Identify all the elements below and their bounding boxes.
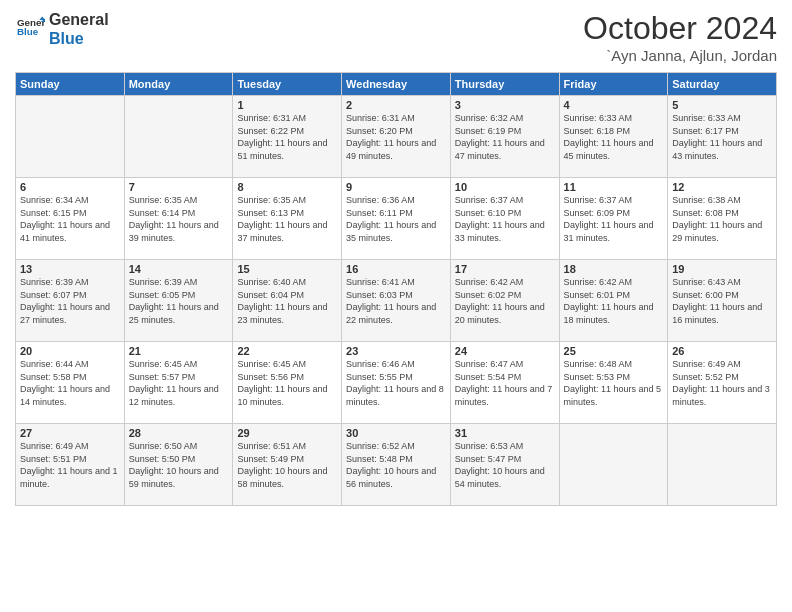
day-info: Sunrise: 6:47 AM Sunset: 5:54 PM Dayligh… [455,358,555,408]
day-number: 7 [129,181,229,193]
calendar-cell: 22Sunrise: 6:45 AM Sunset: 5:56 PM Dayli… [233,342,342,424]
day-number: 3 [455,99,555,111]
day-header-friday: Friday [559,73,668,96]
day-number: 24 [455,345,555,357]
day-header-wednesday: Wednesday [342,73,451,96]
calendar-cell: 15Sunrise: 6:40 AM Sunset: 6:04 PM Dayli… [233,260,342,342]
calendar-cell: 29Sunrise: 6:51 AM Sunset: 5:49 PM Dayli… [233,424,342,506]
day-info: Sunrise: 6:35 AM Sunset: 6:13 PM Dayligh… [237,194,337,244]
day-number: 10 [455,181,555,193]
calendar-cell: 13Sunrise: 6:39 AM Sunset: 6:07 PM Dayli… [16,260,125,342]
svg-text:Blue: Blue [17,27,39,38]
calendar-cell: 11Sunrise: 6:37 AM Sunset: 6:09 PM Dayli… [559,178,668,260]
calendar-cell: 5Sunrise: 6:33 AM Sunset: 6:17 PM Daylig… [668,96,777,178]
calendar-table: SundayMondayTuesdayWednesdayThursdayFrid… [15,72,777,506]
calendar-cell: 24Sunrise: 6:47 AM Sunset: 5:54 PM Dayli… [450,342,559,424]
calendar-cell: 6Sunrise: 6:34 AM Sunset: 6:15 PM Daylig… [16,178,125,260]
day-number: 30 [346,427,446,439]
day-info: Sunrise: 6:39 AM Sunset: 6:07 PM Dayligh… [20,276,120,326]
logo: General Blue General Blue [15,10,109,48]
day-number: 2 [346,99,446,111]
day-number: 22 [237,345,337,357]
calendar-cell: 14Sunrise: 6:39 AM Sunset: 6:05 PM Dayli… [124,260,233,342]
location-title: `Ayn Janna, Ajlun, Jordan [583,47,777,64]
calendar-cell: 19Sunrise: 6:43 AM Sunset: 6:00 PM Dayli… [668,260,777,342]
day-info: Sunrise: 6:34 AM Sunset: 6:15 PM Dayligh… [20,194,120,244]
day-info: Sunrise: 6:52 AM Sunset: 5:48 PM Dayligh… [346,440,446,490]
day-info: Sunrise: 6:37 AM Sunset: 6:09 PM Dayligh… [564,194,664,244]
calendar-cell: 3Sunrise: 6:32 AM Sunset: 6:19 PM Daylig… [450,96,559,178]
calendar-cell: 25Sunrise: 6:48 AM Sunset: 5:53 PM Dayli… [559,342,668,424]
day-number: 17 [455,263,555,275]
calendar-cell: 12Sunrise: 6:38 AM Sunset: 6:08 PM Dayli… [668,178,777,260]
day-info: Sunrise: 6:43 AM Sunset: 6:00 PM Dayligh… [672,276,772,326]
calendar-cell: 31Sunrise: 6:53 AM Sunset: 5:47 PM Dayli… [450,424,559,506]
calendar-header: SundayMondayTuesdayWednesdayThursdayFrid… [16,73,777,96]
calendar-cell [668,424,777,506]
day-number: 8 [237,181,337,193]
day-number: 23 [346,345,446,357]
calendar-cell: 20Sunrise: 6:44 AM Sunset: 5:58 PM Dayli… [16,342,125,424]
day-info: Sunrise: 6:31 AM Sunset: 6:20 PM Dayligh… [346,112,446,162]
calendar-cell [16,96,125,178]
calendar-cell: 16Sunrise: 6:41 AM Sunset: 6:03 PM Dayli… [342,260,451,342]
day-number: 18 [564,263,664,275]
day-header-saturday: Saturday [668,73,777,96]
day-info: Sunrise: 6:48 AM Sunset: 5:53 PM Dayligh… [564,358,664,408]
day-header-sunday: Sunday [16,73,125,96]
calendar-cell: 27Sunrise: 6:49 AM Sunset: 5:51 PM Dayli… [16,424,125,506]
calendar-cell: 21Sunrise: 6:45 AM Sunset: 5:57 PM Dayli… [124,342,233,424]
day-info: Sunrise: 6:32 AM Sunset: 6:19 PM Dayligh… [455,112,555,162]
calendar-cell: 2Sunrise: 6:31 AM Sunset: 6:20 PM Daylig… [342,96,451,178]
day-info: Sunrise: 6:45 AM Sunset: 5:57 PM Dayligh… [129,358,229,408]
day-info: Sunrise: 6:41 AM Sunset: 6:03 PM Dayligh… [346,276,446,326]
week-row-1: 1Sunrise: 6:31 AM Sunset: 6:22 PM Daylig… [16,96,777,178]
calendar-cell [124,96,233,178]
day-info: Sunrise: 6:51 AM Sunset: 5:49 PM Dayligh… [237,440,337,490]
day-number: 14 [129,263,229,275]
week-row-3: 13Sunrise: 6:39 AM Sunset: 6:07 PM Dayli… [16,260,777,342]
calendar-cell: 23Sunrise: 6:46 AM Sunset: 5:55 PM Dayli… [342,342,451,424]
day-number: 11 [564,181,664,193]
day-number: 29 [237,427,337,439]
day-info: Sunrise: 6:50 AM Sunset: 5:50 PM Dayligh… [129,440,229,490]
day-number: 19 [672,263,772,275]
day-info: Sunrise: 6:42 AM Sunset: 6:02 PM Dayligh… [455,276,555,326]
day-number: 20 [20,345,120,357]
day-number: 26 [672,345,772,357]
week-row-4: 20Sunrise: 6:44 AM Sunset: 5:58 PM Dayli… [16,342,777,424]
day-info: Sunrise: 6:49 AM Sunset: 5:52 PM Dayligh… [672,358,772,408]
day-info: Sunrise: 6:39 AM Sunset: 6:05 PM Dayligh… [129,276,229,326]
calendar-cell: 26Sunrise: 6:49 AM Sunset: 5:52 PM Dayli… [668,342,777,424]
day-info: Sunrise: 6:33 AM Sunset: 6:18 PM Dayligh… [564,112,664,162]
day-number: 27 [20,427,120,439]
day-header-monday: Monday [124,73,233,96]
calendar-cell: 4Sunrise: 6:33 AM Sunset: 6:18 PM Daylig… [559,96,668,178]
day-number: 16 [346,263,446,275]
calendar-cell: 18Sunrise: 6:42 AM Sunset: 6:01 PM Dayli… [559,260,668,342]
calendar-cell [559,424,668,506]
day-info: Sunrise: 6:53 AM Sunset: 5:47 PM Dayligh… [455,440,555,490]
day-info: Sunrise: 6:38 AM Sunset: 6:08 PM Dayligh… [672,194,772,244]
day-info: Sunrise: 6:37 AM Sunset: 6:10 PM Dayligh… [455,194,555,244]
day-info: Sunrise: 6:46 AM Sunset: 5:55 PM Dayligh… [346,358,446,408]
day-info: Sunrise: 6:44 AM Sunset: 5:58 PM Dayligh… [20,358,120,408]
day-info: Sunrise: 6:40 AM Sunset: 6:04 PM Dayligh… [237,276,337,326]
day-header-tuesday: Tuesday [233,73,342,96]
day-number: 6 [20,181,120,193]
day-info: Sunrise: 6:31 AM Sunset: 6:22 PM Dayligh… [237,112,337,162]
day-number: 15 [237,263,337,275]
calendar-cell: 17Sunrise: 6:42 AM Sunset: 6:02 PM Dayli… [450,260,559,342]
calendar-body: 1Sunrise: 6:31 AM Sunset: 6:22 PM Daylig… [16,96,777,506]
day-number: 1 [237,99,337,111]
week-row-5: 27Sunrise: 6:49 AM Sunset: 5:51 PM Dayli… [16,424,777,506]
calendar-cell: 10Sunrise: 6:37 AM Sunset: 6:10 PM Dayli… [450,178,559,260]
day-info: Sunrise: 6:45 AM Sunset: 5:56 PM Dayligh… [237,358,337,408]
logo-icon: General Blue [17,13,45,41]
week-row-2: 6Sunrise: 6:34 AM Sunset: 6:15 PM Daylig… [16,178,777,260]
calendar-cell: 7Sunrise: 6:35 AM Sunset: 6:14 PM Daylig… [124,178,233,260]
day-number: 21 [129,345,229,357]
calendar-container: General Blue General Blue October 2024 `… [0,0,792,612]
calendar-cell: 8Sunrise: 6:35 AM Sunset: 6:13 PM Daylig… [233,178,342,260]
day-info: Sunrise: 6:33 AM Sunset: 6:17 PM Dayligh… [672,112,772,162]
